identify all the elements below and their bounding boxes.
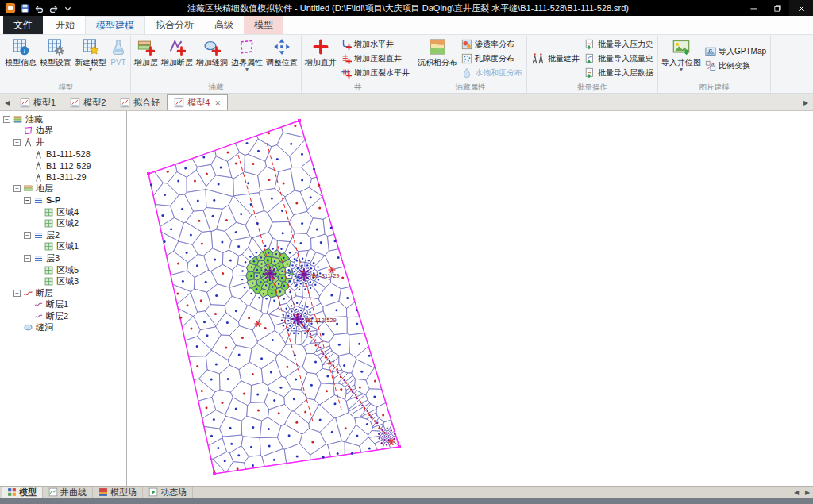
tree-expand-toggle[interactable]: − <box>13 185 21 192</box>
tree-item-wells[interactable]: −井 <box>0 137 126 148</box>
ribbon-tab-model-building[interactable]: 模型建模 <box>85 16 145 34</box>
add-hwell-icon <box>341 39 352 50</box>
bottom-tab-label: 模型 <box>19 487 37 498</box>
voronoi-grid[interactable]: B1-311-29B1-112-529 <box>127 111 813 486</box>
model-settings-icon <box>47 38 64 56</box>
bottom-tab-model-field[interactable]: 模型场 <box>93 487 143 498</box>
tree-item-region2[interactable]: 区域2 <box>0 217 126 229</box>
model-tree-panel: −油藏边界−井B1-111-528B1-112-529B1-311-29−地层−… <box>0 111 127 486</box>
minimize-button[interactable] <box>742 0 765 16</box>
ribbon-button-batch-import-layer[interactable]: 批量导入层数据 <box>582 66 656 80</box>
ribbon-tab-model[interactable]: 模型 <box>244 16 283 34</box>
add-layer-icon <box>137 38 155 56</box>
doc-tab-label: 拟合好 <box>133 97 160 109</box>
ribbon-button-scale-transform[interactable]: 比例变换 <box>703 59 769 73</box>
ribbon-button-batch-import-flow[interactable]: 批量导入流量史 <box>582 52 656 66</box>
ribbon-button-add-horizontal-well[interactable]: 增加水平井 <box>338 37 412 52</box>
tree-item-layer3[interactable]: −层3 <box>0 252 126 264</box>
bottom-tab-well-curve[interactable]: 井曲线 <box>43 487 93 498</box>
ribbon-button-model-new[interactable]: 新建模型▾ <box>73 36 108 82</box>
ribbon-button-model-info[interactable]: i模型信息 <box>3 36 38 82</box>
tree-expand-toggle[interactable]: − <box>24 197 31 204</box>
ribbon-button-add-cave[interactable]: 增加缝洞 <box>195 36 229 82</box>
bottom-tab-dynamic-field[interactable]: 动态场 <box>143 487 193 498</box>
tree-item-region4[interactable]: 区域4 <box>0 206 126 218</box>
t-region-icon <box>44 207 54 217</box>
tree-expand-toggle[interactable]: − <box>13 139 21 146</box>
tree-item-strata[interactable]: −地层 <box>0 183 126 195</box>
doc-tab-model4[interactable]: 模型4✕ <box>167 94 228 110</box>
redo-button[interactable] <box>46 1 60 15</box>
tree-item-region5[interactable]: 区域5 <box>0 264 126 276</box>
bottom-tab-model[interactable]: 模型 <box>2 487 43 498</box>
tree-item-label: S-P <box>46 195 60 205</box>
ribbon-button-adjust-pos[interactable]: 调整位置 <box>264 36 299 82</box>
doc-tab-model2[interactable]: 模型2 <box>63 94 113 110</box>
tree-item-well-b1-111-528[interactable]: B1-111-528 <box>0 148 126 160</box>
ribbon-button-facies-dist[interactable]: 沉积相分布 <box>416 36 459 82</box>
tree-item-boundary[interactable]: 边界 <box>0 125 126 137</box>
tree-item-reservoir[interactable]: −油藏 <box>0 113 126 125</box>
ribbon-group-reservoir: 增加层增加断层增加缝洞边界属性▾调整位置油藏 <box>131 36 302 93</box>
ribbon-tab-fit-analysis[interactable]: 拟合分析 <box>145 16 204 34</box>
ribbon-tab-file[interactable]: 文件 <box>3 16 43 34</box>
t-region-icon <box>44 218 54 229</box>
close-icon[interactable]: ✕ <box>214 99 221 107</box>
tree-expand-toggle[interactable]: − <box>13 290 21 297</box>
tree-expand-toggle[interactable]: − <box>24 255 31 262</box>
ribbon-button-model-settings[interactable]: 模型设置 <box>38 36 73 82</box>
quick-access-dropdown-button[interactable] <box>60 1 75 15</box>
tree-item-well-b1-311-29[interactable]: B1-311-29 <box>0 171 126 183</box>
close-button[interactable] <box>789 0 813 16</box>
tree-item-faults[interactable]: −断层 <box>0 287 126 299</box>
tree-item-region3[interactable]: 区域3 <box>0 275 126 287</box>
ribbon-button-import-gptmap[interactable]: G导入GPTMap <box>703 44 769 59</box>
tree-item-fault1[interactable]: 断层1 <box>0 299 126 311</box>
tree-item-label: B1-311-29 <box>46 172 87 182</box>
tree-item-layer-sp[interactable]: −S-P <box>0 194 126 206</box>
doc-tabs-scroll-right-icon[interactable]: ▶ <box>800 94 811 110</box>
ribbon-button-perm-dist[interactable]: 渗透率分布 <box>459 37 525 52</box>
doc-tab-model1[interactable]: 模型1 <box>13 94 63 110</box>
undo-button[interactable] <box>32 1 46 15</box>
ribbon-button-poro-dist[interactable]: 孔隙度分布 <box>459 52 525 66</box>
save-button[interactable] <box>17 1 32 15</box>
add-frac-hwell-icon <box>341 67 352 79</box>
tree-item-layer2[interactable]: −层2 <box>0 229 126 241</box>
tree-item-label: 区域1 <box>56 240 79 252</box>
view-tabs-scroll-right-icon[interactable]: ▶ <box>802 487 813 498</box>
doc-tab-fit-good[interactable]: 拟合好 <box>113 94 167 110</box>
tree-item-caves[interactable]: 缝洞 <box>0 322 126 334</box>
ribbon-button-add-fault[interactable]: 增加断层 <box>160 36 195 82</box>
ribbon-group-image-modeling: 导入井位图▾G导入GPTMap比例变换图片建模 <box>658 36 771 93</box>
ribbon-tab-advanced[interactable]: 高级 <box>204 16 244 34</box>
svg-text:G: G <box>709 48 713 53</box>
doc-chart-icon <box>174 98 184 108</box>
doc-chart-icon <box>20 98 30 108</box>
dropdown-arrow-icon: ▾ <box>680 67 683 72</box>
ribbon-button-batch-add-well[interactable]: 批量建井 <box>529 36 582 82</box>
ribbon-toolbar: i模型信息模型设置新建模型▾PVT模型增加层增加断层增加缝洞边界属性▾调整位置油… <box>0 35 813 94</box>
ribbon-button-pvt[interactable]: PVT <box>108 36 129 82</box>
ribbon-tab-start[interactable]: 开始 <box>45 16 85 34</box>
ribbon-button-saturation-dist[interactable]: 水饱和度分布 <box>459 66 525 80</box>
ribbon-button-add-frac-vertical-well[interactable]: 增加压裂直井 <box>338 52 412 66</box>
ribbon-button-add-frac-horizontal-well[interactable]: 增加压裂水平井 <box>338 66 412 80</box>
view-tabs-scroll-left-icon[interactable]: ◀ <box>791 487 802 498</box>
maximize-button[interactable] <box>765 0 789 16</box>
ribbon-button-boundary-attr[interactable]: 边界属性▾ <box>229 36 264 82</box>
ribbon-button-add-vertical-well[interactable]: 增加直井 <box>303 36 338 82</box>
doc-tabs-scroll-left-icon[interactable]: ◀ <box>2 94 13 110</box>
ribbon-button-batch-import-pressure[interactable]: 批量导入压力史 <box>582 37 656 52</box>
tree-item-region1[interactable]: 区域1 <box>0 241 126 253</box>
tree-item-fault2[interactable]: 断层2 <box>0 310 126 322</box>
tree-expand-toggle[interactable]: − <box>3 116 10 123</box>
ribbon-button-add-layer[interactable]: 增加层 <box>133 36 160 82</box>
status-bar <box>0 498 813 504</box>
ribbon-button-import-well-map[interactable]: 导入井位图▾ <box>660 36 703 82</box>
ribbon-button-label: 增加压裂水平井 <box>354 67 410 79</box>
tree-item-label: 井 <box>36 137 44 148</box>
tree-expand-toggle[interactable]: − <box>24 232 31 239</box>
tree-item-well-b1-112-529[interactable]: B1-112-529 <box>0 160 126 171</box>
model-canvas[interactable]: B1-311-29B1-112-529 <box>127 111 813 486</box>
